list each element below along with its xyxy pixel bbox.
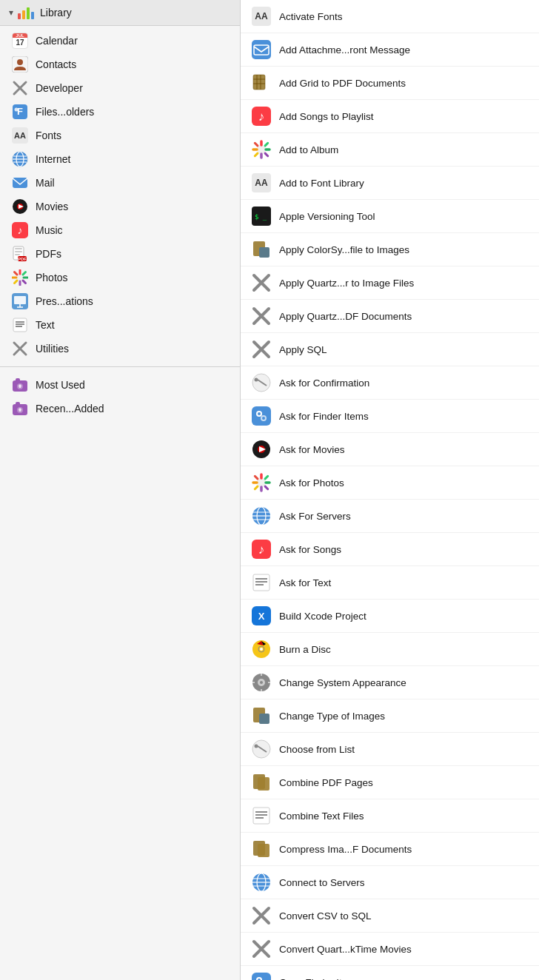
sidebar-item-presentations[interactable]: Pres...ations bbox=[0, 289, 240, 313]
action-item-change-appearance[interactable]: Change System Appearance bbox=[241, 666, 539, 699]
sidebar-item-developer[interactable]: Developer bbox=[0, 76, 240, 100]
apply-sql-icon bbox=[251, 339, 272, 360]
utilities-icon bbox=[12, 340, 28, 357]
svg-rect-109 bbox=[258, 844, 270, 857]
action-item-activate-fonts[interactable]: AA Activate Fonts bbox=[241, 0, 539, 33]
mail-icon bbox=[12, 175, 28, 191]
action-item-ask-confirmation[interactable]: Ask for Confirmation bbox=[241, 366, 539, 400]
sidebar-item-recently-added[interactable]: Recen...Added bbox=[0, 397, 240, 420]
action-item-apple-versioning[interactable]: $ _ Apple Versioning Tool bbox=[241, 200, 539, 233]
sidebar-item-pdfs[interactable]: PDF PDFs bbox=[0, 242, 240, 266]
svg-rect-36 bbox=[16, 378, 20, 382]
svg-text:F: F bbox=[17, 106, 23, 117]
apply-sql-label: Apply SQL bbox=[279, 344, 327, 355]
action-item-add-grid-pdf[interactable]: Add Grid to PDF Documents bbox=[241, 67, 539, 100]
action-item-build-xcode[interactable]: X Build Xcode Project bbox=[241, 600, 539, 633]
action-item-add-to-album[interactable]: Add to Album bbox=[241, 133, 539, 167]
svg-text:♪: ♪ bbox=[18, 224, 23, 236]
choose-list-icon bbox=[251, 739, 272, 759]
ask-finder-label: Ask for Finder Items bbox=[279, 411, 369, 422]
most-used-icon bbox=[12, 377, 28, 393]
svg-rect-41 bbox=[252, 40, 271, 59]
sidebar-item-most-used[interactable]: Most Used bbox=[0, 373, 240, 397]
add-to-album-icon bbox=[251, 139, 272, 160]
action-item-convert-quartz[interactable]: Convert Quart...kTime Movies bbox=[241, 933, 539, 966]
sidebar-item-calendar[interactable]: JUL 17 Calendar bbox=[0, 29, 240, 53]
pdfs-label: PDFs bbox=[36, 248, 61, 260]
add-grid-pdf-icon bbox=[251, 73, 272, 93]
sidebar-item-photos[interactable]: Photos bbox=[0, 266, 240, 289]
special-list: Most Used Recen...Added bbox=[0, 370, 240, 423]
ask-text-icon bbox=[251, 572, 272, 593]
change-image-type-label: Change Type of Images bbox=[279, 711, 385, 722]
action-item-ask-text[interactable]: Ask for Text bbox=[241, 566, 539, 600]
change-appearance-label: Change System Appearance bbox=[279, 677, 406, 688]
action-item-copy-finder[interactable]: Copy Finder Items bbox=[241, 966, 539, 980]
action-item-combine-text[interactable]: Combine Text Files bbox=[241, 799, 539, 833]
svg-rect-29 bbox=[13, 318, 27, 332]
choose-list-label: Choose from List bbox=[279, 744, 355, 755]
ask-servers-icon bbox=[251, 506, 272, 526]
action-item-ask-finder[interactable]: Ask for Finder Items bbox=[241, 400, 539, 433]
library-header[interactable]: ▾ Library bbox=[0, 0, 240, 26]
movies-icon bbox=[12, 198, 28, 215]
svg-text:PDF: PDF bbox=[18, 257, 27, 261]
sidebar-item-internet[interactable]: Internet bbox=[0, 147, 240, 171]
contacts-label: Contacts bbox=[36, 58, 76, 70]
text-icon bbox=[12, 317, 28, 333]
apple-versioning-label: Apple Versioning Tool bbox=[279, 211, 375, 222]
action-item-apply-colorsy[interactable]: Apply ColorSy...file to Images bbox=[241, 233, 539, 266]
sidebar-item-files[interactable]: F Files...olders bbox=[0, 100, 240, 124]
action-item-add-songs[interactable]: ♪ Add Songs to Playlist bbox=[241, 100, 539, 133]
sidebar-item-music[interactable]: ♪ Music bbox=[0, 218, 240, 242]
recently-added-label: Recen...Added bbox=[36, 403, 104, 415]
svg-text:♪: ♪ bbox=[258, 110, 265, 124]
action-item-compress-images[interactable]: Compress Ima...F Documents bbox=[241, 833, 539, 866]
ask-servers-label: Ask For Servers bbox=[279, 511, 351, 522]
action-item-add-font-library[interactable]: AA Add to Font Library bbox=[241, 167, 539, 200]
sidebar-item-utilities[interactable]: Utilities bbox=[0, 337, 240, 360]
library-label: Library bbox=[40, 7, 72, 19]
contacts-icon bbox=[12, 56, 28, 73]
internet-label: Internet bbox=[36, 153, 70, 165]
photos-label: Photos bbox=[36, 272, 68, 283]
action-item-ask-movies[interactable]: Ask for Movies bbox=[241, 433, 539, 466]
sidebar-item-mail[interactable]: Mail bbox=[0, 171, 240, 195]
recently-added-icon bbox=[12, 400, 28, 417]
ask-text-label: Ask for Text bbox=[279, 577, 331, 588]
apple-versioning-icon: $ _ bbox=[251, 206, 272, 226]
svg-rect-104 bbox=[253, 808, 270, 824]
music-icon: ♪ bbox=[12, 222, 28, 238]
action-item-choose-list[interactable]: Choose from List bbox=[241, 733, 539, 766]
sidebar-item-text[interactable]: Text bbox=[0, 313, 240, 337]
sidebar-item-fonts[interactable]: AA Fonts bbox=[0, 124, 240, 147]
sidebar-item-movies[interactable]: Movies bbox=[0, 195, 240, 218]
ask-songs-label: Ask for Songs bbox=[279, 544, 341, 555]
svg-rect-65 bbox=[252, 406, 271, 426]
action-item-apply-quartz-pdf[interactable]: Apply Quartz...DF Documents bbox=[241, 300, 539, 333]
action-item-apply-quartz-images[interactable]: Apply Quartz...r to Image Files bbox=[241, 266, 539, 300]
action-item-ask-photos[interactable]: Ask for Photos bbox=[241, 466, 539, 500]
sidebar-item-contacts[interactable]: Contacts bbox=[0, 53, 240, 76]
action-item-combine-pdf[interactable]: Combine PDF Pages bbox=[241, 766, 539, 799]
svg-point-101 bbox=[255, 745, 258, 748]
action-item-ask-servers[interactable]: Ask For Servers bbox=[241, 500, 539, 533]
action-item-convert-csv[interactable]: Convert CSV to SQL bbox=[241, 899, 539, 933]
action-item-add-attachment[interactable]: Add Attachme...ront Message bbox=[241, 33, 539, 67]
movies-label: Movies bbox=[36, 201, 68, 212]
action-item-burn-disc[interactable]: Burn a Disc bbox=[241, 633, 539, 666]
action-item-ask-songs[interactable]: ♪ Ask for Songs bbox=[241, 533, 539, 566]
combine-pdf-icon bbox=[251, 772, 272, 793]
action-item-connect-servers[interactable]: Connect to Servers bbox=[241, 866, 539, 899]
action-item-apply-sql[interactable]: Apply SQL bbox=[241, 333, 539, 366]
svg-rect-26 bbox=[14, 296, 26, 304]
apply-colorsy-icon bbox=[251, 239, 272, 260]
activate-fonts-icon: AA bbox=[251, 6, 272, 27]
action-item-change-image-type[interactable]: Change Type of Images bbox=[241, 699, 539, 733]
ask-movies-icon bbox=[251, 439, 272, 460]
svg-rect-98 bbox=[259, 714, 270, 724]
add-font-library-label: Add to Font Library bbox=[279, 178, 364, 189]
connect-servers-label: Connect to Servers bbox=[279, 877, 365, 888]
svg-rect-20 bbox=[15, 251, 22, 252]
svg-point-69 bbox=[262, 417, 265, 420]
